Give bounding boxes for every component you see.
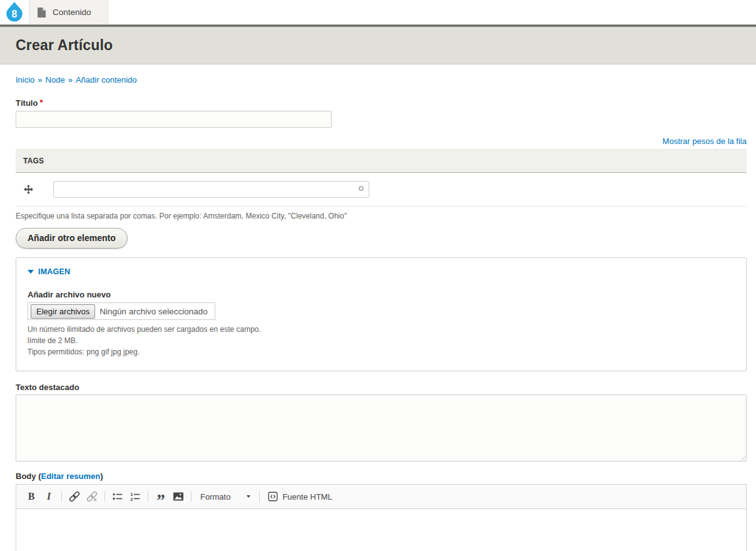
breadcrumb-link-inicio[interactable]: Inicio — [16, 75, 34, 85]
italic-button[interactable]: I — [40, 488, 58, 505]
toolbar-separator — [259, 491, 260, 502]
tab-contenido-label: Contenido — [53, 8, 91, 17]
svg-text:2: 2 — [130, 497, 133, 502]
link-button[interactable] — [66, 488, 83, 505]
file-help-line: Un número ilimitado de archivos pueden s… — [28, 324, 735, 335]
featured-textarea[interactable] — [16, 394, 747, 461]
unlink-icon — [86, 490, 98, 503]
image-button[interactable] — [170, 488, 187, 505]
blockquote-icon: ” — [156, 497, 165, 503]
add-element-button[interactable]: Añadir otro elemento — [16, 228, 128, 249]
tags-help-text: Especifique una lista separada por comas… — [16, 211, 747, 222]
drag-handle[interactable] — [23, 185, 33, 195]
featured-text-label: Texto destacado — [16, 383, 747, 392]
edit-summary-link[interactable]: Editar resumen — [41, 471, 100, 481]
body-editor: B I — [16, 484, 747, 551]
titulo-label: Título* — [16, 98, 747, 108]
row-weights-container: Mostrar pesos de la fila — [16, 136, 747, 146]
drupal-logo-icon: 8 — [4, 1, 24, 23]
autocomplete-status-icon — [359, 186, 364, 191]
toolbar-separator — [148, 491, 148, 502]
toolbar-separator — [105, 491, 105, 502]
body-label: Body (Editar resumen) — [16, 471, 747, 481]
blockquote-button[interactable]: ” — [152, 488, 170, 505]
breadcrumb-link-anadir-contenido[interactable]: Añadir contenido — [76, 75, 137, 85]
breadcrumb: Inicio»Node»Añadir contenido — [16, 75, 747, 85]
numbered-list-icon: 1 2 — [129, 490, 141, 503]
source-icon — [267, 491, 278, 502]
titulo-input[interactable] — [16, 111, 332, 128]
format-dropdown[interactable]: Formato — [195, 488, 255, 505]
collapse-caret-icon — [28, 270, 34, 274]
editor-toolbar: B I — [16, 485, 746, 509]
toolbar-separator — [191, 491, 192, 502]
file-help-line: límite de 2 MB. — [28, 335, 735, 346]
featured-textarea-wrap — [16, 394, 747, 461]
tags-row — [16, 173, 747, 207]
bold-button[interactable]: B — [23, 488, 40, 505]
bulleted-list-icon — [111, 490, 124, 503]
source-button-label: Fuente HTML — [282, 492, 332, 502]
svg-text:8: 8 — [12, 9, 18, 19]
move-icon — [24, 185, 33, 194]
source-button[interactable]: Fuente HTML — [263, 488, 335, 505]
tags-input[interactable] — [53, 181, 369, 198]
admin-toolbar: 8 Contenido — [0, 0, 756, 24]
tags-header: TAGS — [16, 150, 747, 173]
image-icon — [172, 490, 185, 503]
tags-autocomplete-wrap — [53, 181, 369, 198]
page-title: Crear Artículo — [16, 37, 113, 54]
image-fieldset-legend[interactable]: IMAGEN — [28, 267, 70, 276]
bulleted-list-button[interactable] — [109, 488, 126, 505]
image-fieldset-legend-label: IMAGEN — [38, 267, 70, 276]
paren-close: ) — [100, 471, 103, 481]
bold-icon: B — [28, 491, 35, 502]
tab-contenido[interactable]: Contenido — [29, 0, 108, 24]
breadcrumb-separator: » — [68, 75, 73, 85]
editor-content-area[interactable] — [16, 509, 746, 551]
required-marker: * — [39, 98, 43, 107]
page-header: Crear Artículo — [0, 27, 756, 64]
image-fieldset: IMAGEN Añadir archivo nuevo Elegir archi… — [16, 257, 747, 371]
breadcrumb-separator: » — [38, 75, 42, 85]
numbered-list-button[interactable]: 1 2 — [126, 488, 144, 505]
row-weights-link[interactable]: Mostrar pesos de la fila — [663, 136, 747, 146]
choose-files-button[interactable]: Elegir archivos — [31, 304, 95, 319]
link-icon — [68, 490, 81, 503]
breadcrumb-link-node[interactable]: Node — [46, 75, 65, 85]
file-input[interactable]: Elegir archivos Ningún archivo seleccion… — [28, 302, 215, 320]
add-file-label: Añadir archivo nuevo — [28, 290, 735, 299]
toolbar-separator — [61, 491, 62, 502]
drupal-logo[interactable]: 8 — [0, 0, 29, 24]
tags-table: TAGS — [16, 149, 747, 207]
no-file-selected-text: Ningún archivo seleccionado — [100, 307, 208, 316]
file-help-line: Tipos permitidos: png gif jpg jpeg. — [28, 346, 735, 358]
unlink-button[interactable] — [83, 488, 101, 505]
document-icon — [38, 8, 46, 18]
main-content: Inicio»Node»Añadir contenido Título* Mos… — [0, 75, 756, 551]
chevron-down-icon — [247, 495, 250, 498]
italic-icon: I — [47, 491, 51, 502]
file-help-text: Un número ilimitado de archivos pueden s… — [28, 324, 735, 358]
format-dropdown-label: Formato — [200, 492, 230, 502]
